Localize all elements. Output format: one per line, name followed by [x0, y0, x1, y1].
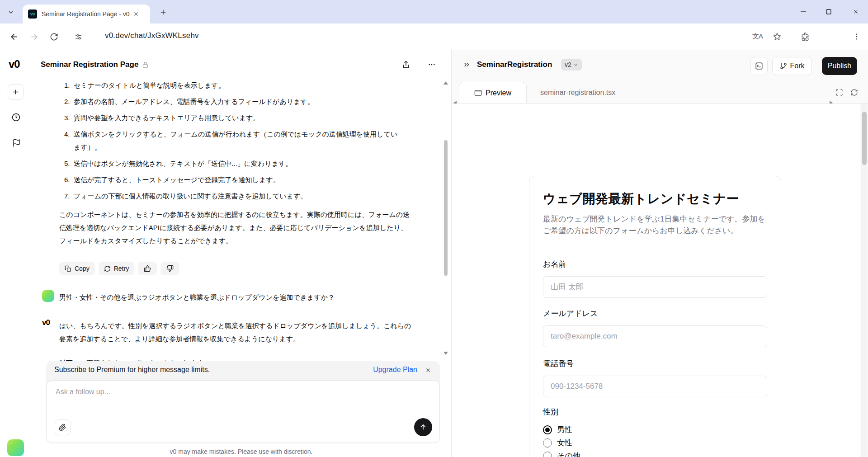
preview-scrollbar-thumb[interactable]: [862, 112, 867, 165]
url-bar[interactable]: v0.dev/chat/JxGxWKLsehv: [105, 31, 199, 40]
tab-close-icon[interactable]: [132, 10, 140, 18]
list-item: 参加者の名前、メールアドレス、電話番号を入力するフィールドがあります。: [42, 95, 417, 108]
history-clock-icon[interactable]: [10, 112, 21, 122]
premium-banner-text: Subscribe to Premium for higher message …: [54, 366, 210, 374]
chat-title: Seminar Registration Page: [41, 60, 138, 69]
app-window-icon: [474, 89, 482, 97]
radio-icon: [543, 425, 552, 434]
browser-menu-kebab-icon[interactable]: [851, 31, 863, 42]
version-badge[interactable]: v2: [561, 59, 582, 71]
assistant-message-row: v0 はい、もちろんです。性別を選択するラジオボタンと職業を選択するドロップダウ…: [42, 318, 417, 345]
chat-menu-ellipsis-icon[interactable]: [425, 58, 438, 71]
list-item: 質問や要望を入力できるテキストエリアも用意しています。: [42, 111, 417, 124]
chat-message-area: セミナーのタイトルと簡単な説明を表示します。 参加者の名前、メールアドレス、電話…: [42, 78, 417, 361]
window-minimize-icon[interactable]: [797, 6, 810, 18]
git-branch-icon: [780, 62, 787, 70]
assistant-reply: はい、もちろんです。性別を選択するラジオボタンと職業を選択するドロップダウンを追…: [59, 318, 417, 345]
user-account-avatar[interactable]: [7, 439, 24, 456]
thumbs-up-button[interactable]: [138, 262, 157, 275]
preview-viewport: ウェブ開発最新トレンドセミナー 最新のウェブ開発トレンドを学ぶ1日集中セミナーで…: [452, 104, 860, 457]
bookmark-star-icon[interactable]: [771, 31, 783, 42]
radio-icon: [543, 452, 552, 457]
send-button[interactable]: [414, 418, 432, 436]
translate-icon[interactable]: 文A: [752, 32, 763, 41]
list-item: 送信が完了すると、トーストメッセージで登録完了を通知します。: [42, 173, 417, 186]
tab-title: Seminar Registration Page - v0: [42, 10, 132, 18]
browser-toolbar: v0.dev/chat/JxGxWKLsehv 文A: [0, 24, 868, 49]
paperclip-icon: [59, 424, 66, 431]
list-item: 送信ボタンをクリックすると、フォームの送信が行われます（この例ではモックの送信処…: [42, 127, 417, 154]
flag-icon[interactable]: [11, 137, 22, 148]
code-file-tab[interactable]: seminar-registration.tsx: [534, 82, 622, 104]
reload-icon[interactable]: [48, 31, 60, 42]
message-actions: Copy Retry: [59, 262, 417, 275]
upgrade-plan-link[interactable]: Upgrade Plan: [373, 366, 417, 374]
list-item: セミナーのタイトルと簡単な説明を表示します。: [42, 79, 417, 92]
list-item: 送信中はボタンが無効化され、テキストが「送信中...」に変わります。: [42, 157, 417, 170]
radio-icon: [543, 438, 552, 448]
browser-tab[interactable]: v0 Seminar Registration Page - v0: [23, 5, 150, 24]
retry-button[interactable]: Retry: [99, 262, 134, 275]
thumbs-down-button[interactable]: [160, 262, 179, 275]
thumbs-down-icon: [166, 265, 174, 272]
new-tab-button[interactable]: [157, 6, 169, 18]
email-input[interactable]: [543, 325, 767, 347]
name-field-group: お名前: [543, 260, 767, 298]
copy-button[interactable]: Copy: [59, 262, 95, 275]
app-sidebar: v0: [0, 50, 31, 457]
form-description: 最新のウェブ開発トレンドを学ぶ1日集中セミナーです。参加をご希望の方は以下のフォ…: [543, 213, 767, 237]
workspace-name[interactable]: SeminarRegistration: [477, 60, 552, 69]
phone-field-group: 電話番号: [543, 359, 767, 397]
gender-options: 男性 女性 その他: [543, 423, 767, 457]
v0-assistant-logo: v0: [42, 318, 54, 327]
chat-scrollbar-thumb[interactable]: [444, 140, 448, 276]
seminar-form-card: ウェブ開発最新トレンドセミナー 最新のウェブ開発トレンドを学ぶ1日集中セミナーで…: [529, 176, 781, 457]
list-item: フォームの下部に個人情報の取り扱いに関する注意書きを追加しています。: [42, 189, 417, 203]
gender-radio-other[interactable]: その他: [543, 449, 767, 457]
email-label: メールアドレス: [543, 309, 767, 318]
preview-panel: SeminarRegistration v2 Fork Publish Prev…: [451, 50, 868, 457]
assistant-reply-next-line: 以下に、更新されたコンポーネントを示します：: [59, 356, 414, 361]
refresh-preview-icon[interactable]: [849, 87, 859, 98]
preview-tab[interactable]: Preview: [459, 82, 527, 104]
chat-scrollbar-down-arrow[interactable]: [443, 352, 448, 355]
forward-icon[interactable]: [28, 31, 40, 42]
chat-scrollbar-up-arrow[interactable]: [443, 81, 448, 85]
v0-logo[interactable]: v0: [9, 58, 20, 71]
phone-label: 電話番号: [543, 359, 767, 368]
publish-button[interactable]: Publish: [822, 57, 857, 75]
gender-radio-female[interactable]: 女性: [543, 436, 767, 449]
name-input[interactable]: [543, 276, 767, 298]
terminal-icon: [755, 62, 763, 70]
tab-search-chevron-icon[interactable]: [5, 7, 16, 18]
chevron-down-icon: [573, 62, 578, 67]
window-maximize-icon[interactable]: [822, 6, 835, 18]
share-icon[interactable]: [400, 58, 412, 71]
site-info-tune-icon[interactable]: [72, 31, 84, 42]
retry-icon: [104, 265, 111, 272]
attach-button[interactable]: [55, 419, 71, 435]
collapse-chevrons-icon[interactable]: [461, 59, 472, 71]
new-chat-button[interactable]: [8, 84, 24, 100]
banner-close-icon[interactable]: [424, 366, 433, 375]
gender-radio-male[interactable]: 男性: [543, 423, 767, 436]
email-field-group: メールアドレス: [543, 309, 767, 347]
fork-button[interactable]: Fork: [772, 57, 812, 75]
extensions-puzzle-icon[interactable]: [799, 31, 811, 42]
follow-up-input[interactable]: [56, 388, 372, 396]
gender-label: 性別: [543, 408, 767, 417]
disclaimer: v0 may make mistakes. Please use with di…: [31, 448, 451, 455]
thumbs-up-icon: [144, 265, 151, 272]
assistant-closing-paragraph: このコンポーネントは、セミナーの参加者を効率的に把握するのに役立ちます。実際の使…: [59, 208, 414, 247]
send-arrow-icon: [419, 423, 427, 431]
fullscreen-icon[interactable]: [834, 87, 844, 98]
phone-input[interactable]: [543, 376, 767, 397]
back-icon[interactable]: [8, 31, 20, 42]
screen: v0 Seminar Registration Page - v0: [0, 0, 868, 457]
lock-icon: [142, 61, 149, 68]
user-avatar: [42, 290, 54, 302]
terminal-button[interactable]: [750, 57, 768, 75]
assistant-numbered-list: セミナーのタイトルと簡単な説明を表示します。 参加者の名前、メールアドレス、電話…: [42, 79, 417, 203]
form-title: ウェブ開発最新トレンドセミナー: [543, 191, 767, 207]
window-close-icon[interactable]: [849, 6, 863, 18]
